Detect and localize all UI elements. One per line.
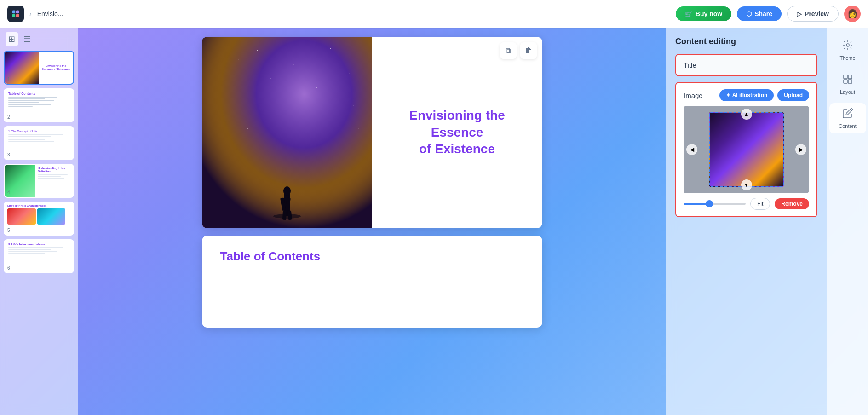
svg-rect-0	[12, 11, 16, 14]
share-button[interactable]: ⬡ Share	[737, 6, 782, 21]
svg-point-11	[349, 74, 349, 74]
svg-point-12	[224, 92, 225, 92]
panel-title: Content editing	[675, 37, 817, 46]
app-logo[interactable]	[7, 6, 24, 22]
svg-point-13	[270, 78, 271, 79]
slide2-title: Table of Contents	[220, 249, 524, 264]
slide-number: 4	[7, 190, 10, 195]
svg-point-16	[247, 128, 248, 129]
title-editing-section: Title	[675, 54, 817, 76]
slide-number: 6	[7, 265, 10, 271]
svg-rect-29	[848, 80, 852, 83]
slide-thumbnail-6[interactable]: 3. Life's Interconnectedness 6	[4, 239, 74, 273]
image-section-header: Image ✦ AI illustration Upload	[684, 89, 809, 101]
slide-thumbnail-3[interactable]: 1. The Concept of Life 3	[4, 126, 74, 160]
image-pan-down-button[interactable]: ▼	[741, 179, 752, 190]
right-panel: Content editing Title Image ✦ AI illustr…	[666, 28, 868, 415]
layout-label: Layout	[840, 89, 855, 95]
svg-rect-26	[844, 75, 847, 79]
svg-point-8	[257, 50, 258, 51]
topbar: › Envisio... 🛒 Buy now ⬡ Share ▷ Preview…	[0, 0, 868, 28]
fit-button[interactable]: Fit	[750, 198, 770, 210]
canvas-area: Envisioning the Essence of Existence ⧉ 🗑…	[78, 28, 666, 415]
svg-point-25	[846, 44, 849, 46]
image-section-content: Image ✦ AI illustration Upload ▲ ▼	[676, 83, 816, 216]
svg-point-7	[238, 60, 239, 60]
slide1-galaxy-image	[202, 37, 372, 228]
thumb5-title: Life's Intrinsic Characteristics	[7, 204, 70, 207]
share-icon: ⬡	[746, 10, 752, 17]
project-name[interactable]: Envisio...	[37, 10, 63, 17]
slide-thumbnail-4[interactable]: Understanding Life's Definition 4	[4, 164, 74, 198]
svg-point-17	[358, 129, 358, 129]
main-layout: ⊞ ☰ Envisioning the Essence of Existence…	[0, 28, 868, 415]
thumb3-title: 1. The Concept of Life	[8, 130, 69, 133]
content-label: Content	[839, 123, 857, 129]
svg-rect-28	[844, 80, 847, 83]
thumb4-title: Understanding Life's Definition	[38, 167, 71, 173]
image-pan-up-button[interactable]: ▲	[741, 109, 752, 120]
remove-button[interactable]: Remove	[775, 198, 809, 209]
slide-1-canvas[interactable]: Envisioning the Essence of Existence ⧉ 🗑	[202, 37, 542, 228]
copy-button[interactable]: ⧉	[500, 42, 517, 59]
slide-number: 3	[7, 152, 10, 157]
svg-point-9	[293, 64, 294, 65]
title-field[interactable]: Title	[676, 55, 816, 75]
svg-rect-23	[282, 211, 286, 220]
image-preview-container: ▲ ▼ ◀ ▶	[684, 106, 809, 193]
svg-point-6	[215, 46, 216, 46]
slide-toolbar: ⧉ 🗑	[500, 42, 537, 59]
list-view-button[interactable]: ☰	[21, 32, 34, 46]
svg-point-20	[283, 186, 291, 196]
slide1-title: Envisioning the Essence of Existence	[391, 107, 524, 157]
sidebar: ⊞ ☰ Envisioning the Essence of Existence…	[0, 28, 78, 415]
image-editing-section: Image ✦ AI illustration Upload ▲ ▼	[675, 82, 817, 217]
thumb5-image1	[7, 208, 36, 225]
svg-rect-27	[848, 75, 852, 79]
image-preview	[709, 112, 784, 187]
slide-thumbnail-2[interactable]: Table of Contents 2	[4, 88, 74, 122]
svg-rect-2	[12, 14, 16, 17]
slide-number: 2	[7, 115, 10, 120]
svg-point-10	[330, 48, 331, 49]
slide-thumbnail-1[interactable]: Envisioning the Essence of Existence 1	[4, 51, 74, 85]
content-panel-item[interactable]: Content	[829, 103, 866, 133]
breadcrumb-chevron: ›	[29, 10, 32, 17]
upload-button[interactable]: Upload	[777, 89, 809, 101]
view-toggle: ⊞ ☰	[4, 32, 74, 46]
image-pan-left-button[interactable]: ◀	[686, 144, 697, 155]
ai-star-icon: ✦	[726, 92, 730, 98]
thumb-title-text: Envisioning the Essence of Existence	[40, 64, 71, 71]
image-label: Image	[684, 92, 703, 99]
svg-rect-1	[16, 11, 19, 14]
svg-point-14	[316, 87, 317, 88]
thumb6-title: 3. Life's Interconnectedness	[8, 243, 69, 246]
preview-button[interactable]: ▷ Preview	[787, 6, 839, 22]
grid-view-button[interactable]: ⊞	[6, 32, 18, 46]
content-editing-panel: Content editing Title Image ✦ AI illustr…	[666, 28, 827, 415]
slide1-content: Envisioning the Essence of Existence	[372, 37, 542, 228]
buy-now-button[interactable]: 🛒 Buy now	[676, 6, 731, 21]
image-pan-right-button[interactable]: ▶	[795, 144, 806, 155]
slide-number: 5	[7, 228, 10, 233]
slide-number: 1	[7, 77, 10, 82]
thumb5-image2	[37, 208, 66, 225]
image-controls: Fit Remove	[684, 198, 809, 210]
slide-thumbnail-5[interactable]: Life's Intrinsic Characteristics 5	[4, 202, 74, 236]
content-icon	[842, 108, 853, 121]
ai-illustration-button[interactable]: ✦ AI illustration	[719, 89, 774, 101]
image-action-buttons: ✦ AI illustration Upload	[719, 89, 809, 101]
layout-panel-item[interactable]: Layout	[829, 69, 866, 99]
buy-cart-icon: 🛒	[685, 10, 693, 17]
svg-rect-3	[16, 14, 19, 17]
avatar[interactable]: 👩	[844, 6, 861, 22]
thumb2-toc-title: Table of Contents	[8, 92, 69, 95]
delete-button[interactable]: 🗑	[520, 42, 537, 59]
theme-panel-item[interactable]: Theme	[829, 35, 866, 65]
right-icon-panel: Theme Layout	[827, 28, 868, 415]
theme-icon	[842, 40, 853, 53]
svg-point-15	[353, 106, 354, 106]
slide-2-canvas[interactable]: Table of Contents	[202, 236, 542, 328]
theme-label: Theme	[839, 55, 855, 61]
zoom-slider[interactable]	[684, 203, 746, 205]
